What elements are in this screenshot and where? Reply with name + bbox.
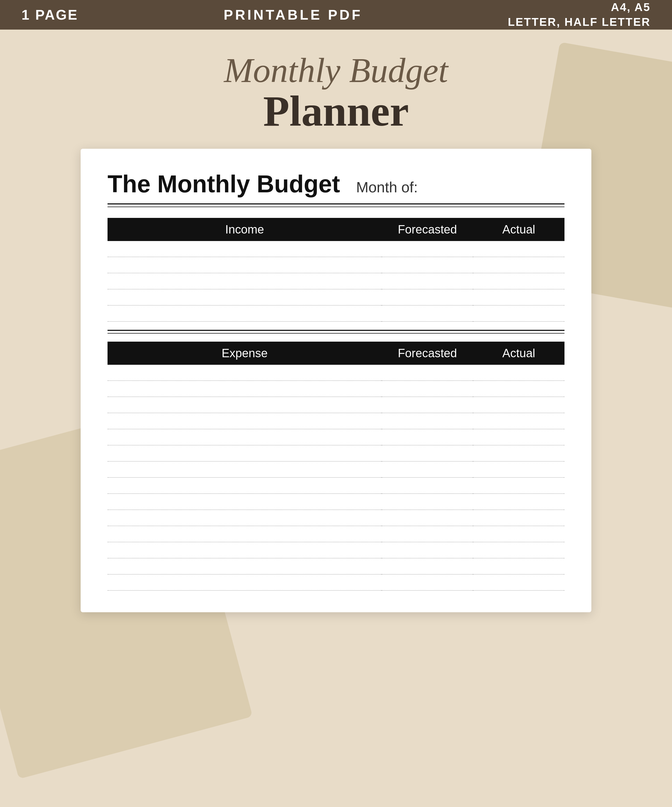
expense-data-12	[108, 542, 382, 558]
exp-forecasted-col: Forecasted	[382, 342, 473, 365]
income-data-4	[108, 289, 382, 306]
exp-actual-2	[473, 381, 564, 397]
expense-row-2	[108, 381, 564, 397]
income-data-2	[108, 257, 382, 273]
actual-data-3	[473, 273, 564, 289]
exp-forecasted-4	[382, 413, 473, 429]
forecasted-line-2	[382, 259, 473, 273]
exp-actual-9	[473, 494, 564, 510]
income-line-1	[108, 242, 382, 257]
title-script: Monthly Budget	[224, 51, 448, 90]
forecasted-line-1	[382, 242, 473, 257]
actual-line-2	[473, 259, 564, 273]
sep-divider-1	[108, 330, 564, 331]
forecasted-data-2	[382, 257, 473, 273]
exp-actual-8	[473, 478, 564, 494]
expense-data-7	[108, 462, 382, 478]
expense-row-6	[108, 445, 564, 462]
expense-data-2	[108, 381, 382, 397]
income-row-3	[108, 273, 564, 289]
expense-row-3	[108, 397, 564, 413]
exp-actual-11	[473, 526, 564, 542]
actual-line-1	[473, 242, 564, 257]
expense-header-col: Expense	[108, 342, 382, 365]
exp-forecasted-14	[382, 575, 473, 591]
income-data-1	[108, 241, 382, 257]
exp-forecasted-12	[382, 542, 473, 558]
exp-forecasted-6	[382, 445, 473, 462]
income-row-1	[108, 241, 564, 257]
exp-actual-7	[473, 462, 564, 478]
document-title: The Monthly Budget	[108, 170, 340, 198]
expense-section: Expense Forecasted Actual	[108, 342, 564, 591]
income-line-5	[108, 307, 382, 322]
exp-actual-10	[473, 510, 564, 526]
income-data-5	[108, 306, 382, 322]
expense-header-row: Expense Forecasted Actual	[108, 342, 564, 365]
forecasted-line-5	[382, 307, 473, 322]
document-header: The Monthly Budget Month of:	[108, 170, 564, 198]
income-header-cell: Income	[108, 218, 382, 241]
exp-forecasted-10	[382, 510, 473, 526]
page-count-label: 1 PAGE	[22, 7, 78, 23]
title-area: Monthly Budget Planner	[224, 51, 448, 133]
income-header-row: Income Forecasted Actual	[108, 218, 564, 241]
forecasted-data-4	[382, 289, 473, 306]
actual-line-3	[473, 275, 564, 289]
actual-line-5	[473, 307, 564, 322]
main-area: Monthly Budget Planner The Monthly Budge…	[0, 30, 672, 807]
exp-actual-col: Actual	[473, 342, 564, 365]
expense-row-8	[108, 478, 564, 494]
exp-forecasted-7	[382, 462, 473, 478]
income-row-4	[108, 289, 564, 306]
exp-actual-6	[473, 445, 564, 462]
expense-row-10	[108, 510, 564, 526]
expense-data-5	[108, 429, 382, 445]
expense-row-4	[108, 413, 564, 429]
income-forecasted-header: Forecasted	[382, 218, 473, 241]
expense-data-6	[108, 445, 382, 462]
expense-row-12	[108, 542, 564, 558]
title-bold: Planner	[224, 90, 448, 133]
exp-forecasted-1	[382, 365, 473, 381]
expense-row-5	[108, 429, 564, 445]
exp-forecasted-5	[382, 429, 473, 445]
income-line-4	[108, 291, 382, 306]
income-row-2	[108, 257, 564, 273]
expense-data-4	[108, 413, 382, 429]
expense-data-11	[108, 526, 382, 542]
forecasted-data-1	[382, 241, 473, 257]
forecasted-data-3	[382, 273, 473, 289]
forecasted-header-col: Forecasted	[382, 218, 473, 241]
expense-data-1	[108, 365, 382, 381]
exp-forecasted-13	[382, 558, 473, 575]
header-divider-2	[108, 207, 564, 207]
expense-forecasted-header: Forecasted	[382, 342, 473, 365]
section-separator	[108, 330, 564, 334]
expense-data-8	[108, 478, 382, 494]
income-header-col: Income	[108, 218, 382, 241]
income-line-3	[108, 275, 382, 289]
income-row-5	[108, 306, 564, 322]
expense-row-9	[108, 494, 564, 510]
exp-forecasted-8	[382, 478, 473, 494]
exp-actual-13	[473, 558, 564, 575]
forecasted-line-4	[382, 291, 473, 306]
exp-actual-4	[473, 413, 564, 429]
actual-header-col: Actual	[473, 218, 564, 241]
income-actual-header: Actual	[473, 218, 564, 241]
month-of-label: Month of:	[356, 179, 418, 196]
income-line-2	[108, 259, 382, 273]
expense-row-11	[108, 526, 564, 542]
actual-data-1	[473, 241, 564, 257]
income-data-3	[108, 273, 382, 289]
exp-forecasted-11	[382, 526, 473, 542]
exp-forecasted-9	[382, 494, 473, 510]
header-divider-1	[108, 203, 564, 204]
forecasted-data-5	[382, 306, 473, 322]
expense-actual-header: Actual	[473, 342, 564, 365]
expense-row-14	[108, 575, 564, 591]
actual-data-5	[473, 306, 564, 322]
exp-actual-12	[473, 542, 564, 558]
exp-actual-5	[473, 429, 564, 445]
